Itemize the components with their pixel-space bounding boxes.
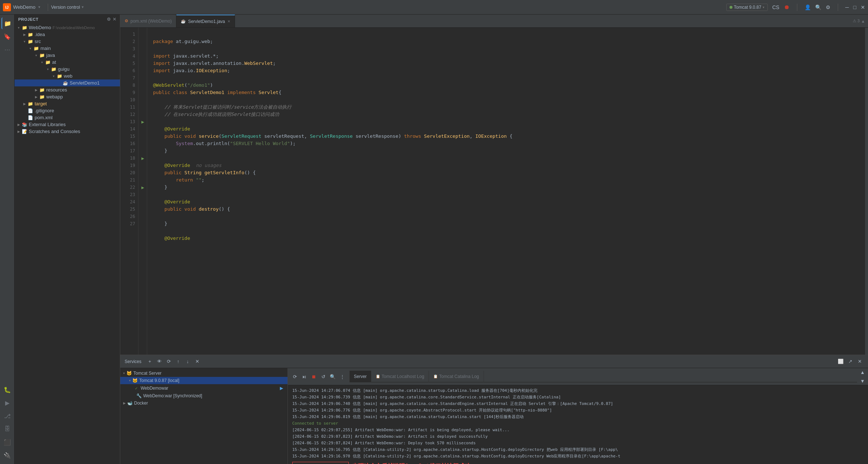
tab-close-icon[interactable]: ✕ [227,19,230,23]
sidebar-settings-icon[interactable]: ⚙ [107,17,111,22]
group-btn[interactable]: ⟳ [165,358,173,366]
tree-item-gitignore[interactable]: 📄 .gitignore [15,107,120,114]
editor-container: ⚙ pom.xml (WebDemo) ☕ ServletDemo1.java … [120,15,868,464]
log-line-2: 15-Jun-2024 14:29:06.740 信息 [main] org.a… [292,401,864,407]
activity-git-icon[interactable]: ⎇ [1,410,13,422]
move-up-btn[interactable]: ↑ [174,358,182,366]
tree-label-web: web [64,73,73,79]
tomcat-server-icon: 🐱 [126,371,132,376]
gutter-run-13[interactable]: ▶ [141,120,144,124]
run-indicator[interactable]: Tomcat 9.0.87 ▾ [726,4,768,11]
app-name-arrow[interactable]: ▾ [38,5,40,9]
console-rerun-btn[interactable]: ↺ [319,373,327,381]
eye-btn[interactable]: 👁 [155,358,163,366]
minimize-icon[interactable]: ─ [845,4,849,10]
search-icon[interactable]: 🔍 [815,4,821,10]
tree-label-resources: resources [46,87,67,93]
float-panel-btn[interactable]: ↗ [846,358,854,366]
tree-item-web[interactable]: ▾ 📁 web [15,73,120,79]
tree-file-icon-gitignore: 📄 [27,108,34,113]
record-icon[interactable]: ⏺ [784,4,790,11]
close-panel-btn[interactable]: ✕ [856,358,864,366]
console-resume-btn[interactable]: ⏯ [300,373,308,381]
tab-servletdemo1[interactable]: ☕ ServletDemo1.java ✕ [176,15,235,28]
console-stop-btn[interactable]: ⏹ [310,373,318,381]
tree-folder-icon-resources: 📁 [39,87,45,93]
code-editor[interactable]: package at.guigu.web; import javax.servl… [147,28,865,355]
activity-bookmark-icon[interactable]: 🔖 [1,31,13,42]
console-more-btn[interactable]: ⋮ [338,373,346,381]
scroll-to-bottom-icon[interactable]: ▼ [859,377,867,385]
deployment-area: ✓ WebDemowar ▶ [120,384,288,392]
expand-panel-btn[interactable]: ⬜ [837,358,845,366]
service-docker[interactable]: ▶ 🐋 Docker [120,399,288,407]
add-service-btn[interactable]: + [146,358,154,366]
run-status-dot [730,6,732,9]
tab-servlet-label: ServletDemo1.java [188,19,225,24]
activity-more-icon[interactable]: ⋯ [1,44,13,55]
separator3 [838,4,838,11]
tree-item-pomxml[interactable]: 📄 pom.xml [15,114,120,121]
tree-item-extlibs[interactable]: ▶ 📚 External Libraries [15,121,120,128]
activity-project-icon[interactable]: 📁 [1,17,13,29]
version-control-btn[interactable]: Version control [51,5,80,10]
activity-plugins-icon[interactable]: 🔌 [1,449,13,461]
activity-db-icon[interactable]: 🗄 [1,423,13,435]
tree-item-resources[interactable]: ▶ 📁 resources [15,86,120,93]
tree-item-java[interactable]: ▾ 📁 java [15,52,120,59]
close-icon[interactable]: ✕ [861,4,865,10]
service-tomcat-087[interactable]: ▾ 🐱 Tomcat 9.0.87 [local] [120,377,288,384]
console-restart-btn[interactable]: ⟳ [291,373,299,381]
gutter-run-23[interactable]: ▶ [141,186,144,190]
service-tomcat-server[interactable]: ▾ 🐱 Tomcat Server [120,370,288,377]
services-layout: ▾ 🐱 Tomcat Server ▾ 🐱 Tomcat 9.0.87 [loc… [120,368,868,464]
warnings-indicator[interactable]: ⚠ 3 [853,19,860,23]
tree-item-guigu[interactable]: ▾ 📁 guigu [15,66,120,73]
tree-arrow-web: ▾ [51,74,56,78]
editor-scrollbar-vertical[interactable] [865,28,868,355]
activity-run-icon[interactable]: ▶ [1,397,13,409]
docker-label: Docker [134,401,148,406]
restore-icon[interactable]: □ [853,4,856,10]
separator2 [797,4,797,11]
service-webdemo-war[interactable]: 🔧 WebDemo:war [Synchronized] [120,392,288,399]
gutter-run-18[interactable]: ▶ [141,156,144,160]
tree-folder-icon-webdemo: 📁 [21,25,28,30]
tomcat-087-arrow: ▾ [129,379,131,382]
tree-item-webapp[interactable]: ▶ 📁 webapp [15,93,120,100]
tree-item-webdemo[interactable]: ▾ 📁 WebDemo F:\node\idea\WebDemo [15,24,120,31]
tree-folder-icon-at: 📁 [44,60,51,65]
sidebar-close-icon[interactable]: ✕ [113,17,117,22]
settings-icon[interactable]: ⚙ [826,4,830,10]
tree-item-servletdemo1[interactable]: ☕ ServletDemo1 [15,79,120,86]
tree-item-target[interactable]: ▶ 📁 target [15,100,120,107]
console-tab-server[interactable]: Server [349,371,371,382]
scroll-to-top-icon[interactable]: ▲ [859,368,867,376]
editor-area: ⚙ pom.xml (WebDemo) ☕ ServletDemo1.java … [120,15,868,355]
log-line-10: 15-Jun-2024 14:29:16.970 信息 [Catalina-ut… [292,453,864,460]
person-icon[interactable]: 👤 [805,4,811,10]
tab-pomxml[interactable]: ⚙ pom.xml (WebDemo) [120,15,176,28]
tree-label-at: at [52,59,56,65]
tree-item-at[interactable]: ▾ 📁 at [15,59,120,66]
sidebar-header: Project ⚙ ✕ [15,15,120,24]
tree-item-src[interactable]: ▾ 📁 src [15,38,120,45]
tree-java-icon-servlet: ☕ [62,81,69,86]
activity-terminal-icon[interactable]: ⬛ [1,436,13,448]
remove-btn[interactable]: ✕ [193,358,201,366]
console-search-btn[interactable]: 🔍 [329,373,337,381]
console-tab-localhost[interactable]: 📋 Tomcat Localhost Log [371,371,429,382]
tree-item-main[interactable]: ▾ 📁 main [15,45,120,52]
activity-debug-icon[interactable]: 🐛 [1,384,13,395]
scroll-up-icon[interactable]: ▲ [861,19,865,23]
move-down-btn[interactable]: ↓ [184,358,192,366]
console-tab-catalina[interactable]: 📋 Tomcat Catalina Log [429,371,484,382]
tree-item-scratches[interactable]: ▶ 📝 Scratches and Consoles [15,128,120,135]
cs-icon[interactable]: CS [772,4,779,10]
activity-bar-bottom: 🐛 ▶ ⎇ 🗄 ⬛ 🔌 [1,384,13,464]
tree-item-idea[interactable]: ▶ 📁 .idea [15,31,120,38]
deploy-action-icon[interactable]: ▶ [280,386,283,391]
tree-lib-icon-extlibs: 📚 [21,122,28,127]
vc-arrow[interactable]: ▾ [82,5,84,9]
tree-scratch-icon: 📝 [21,129,28,134]
